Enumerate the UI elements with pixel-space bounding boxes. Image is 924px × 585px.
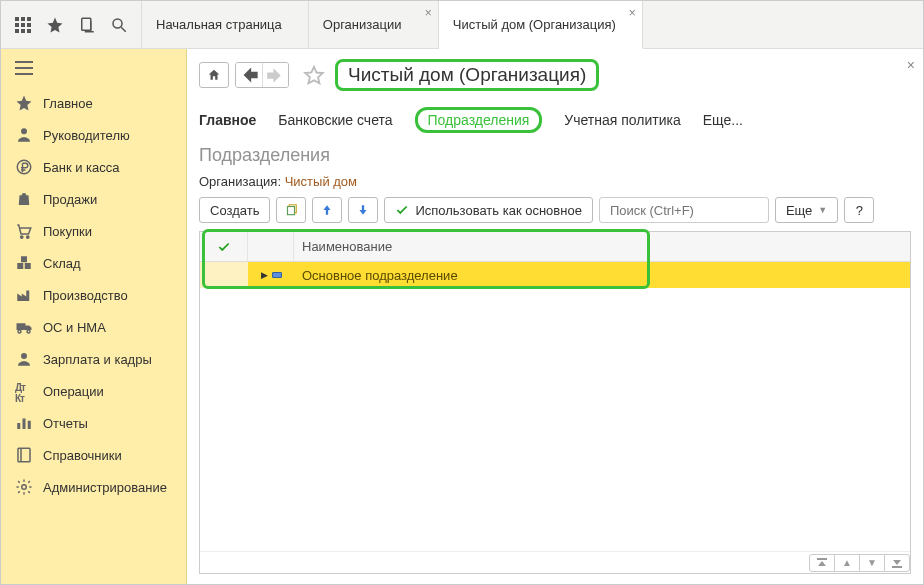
sidebar-item-purchases[interactable]: Покупки	[1, 215, 186, 247]
forward-button[interactable]	[262, 63, 288, 87]
sidebar-item-main[interactable]: Главное	[1, 87, 186, 119]
nav-last-button[interactable]	[884, 554, 910, 572]
sidebar-toggle[interactable]	[1, 53, 186, 87]
subnav-departments[interactable]: Подразделения	[415, 107, 543, 133]
sidebar-item-production[interactable]: Производство	[1, 279, 186, 311]
svg-rect-20	[25, 263, 31, 269]
nav-down-button[interactable]: ▼	[859, 554, 885, 572]
operations-icon: ДтКт	[15, 382, 33, 400]
help-button[interactable]: ?	[844, 197, 874, 223]
sidebar-item-warehouse[interactable]: Склад	[1, 247, 186, 279]
book-icon	[15, 446, 33, 464]
table-row[interactable]: ▶ Основное подразделение	[200, 262, 910, 288]
search-input[interactable]	[608, 202, 780, 219]
header-name-column[interactable]: Наименование	[294, 239, 392, 254]
toolbar-icons	[1, 1, 141, 48]
svg-line-11	[121, 27, 126, 32]
organization-line: Организация: Чистый дом	[199, 174, 911, 189]
org-label: Организация:	[199, 174, 281, 189]
sidebar-item-admin[interactable]: Администрирование	[1, 471, 186, 503]
app-window: Начальная страница Организации × Чистый …	[0, 0, 924, 585]
row-tree-cell[interactable]: ▶	[248, 270, 294, 280]
cart-icon	[15, 222, 33, 240]
tab-organizations[interactable]: Организации ×	[309, 1, 439, 48]
svg-rect-27	[28, 421, 31, 429]
collapse-icon[interactable]	[272, 272, 282, 278]
table-body[interactable]: ▶ Основное подразделение	[200, 262, 910, 551]
use-as-main-button[interactable]: Использовать как основное	[384, 197, 592, 223]
svg-rect-31	[288, 207, 295, 215]
create-button[interactable]: Создать	[199, 197, 270, 223]
sidebar-item-bank[interactable]: Банк и касса	[1, 151, 186, 183]
more-label: Еще	[786, 203, 812, 218]
svg-rect-6	[15, 29, 19, 33]
sidebar-item-assets[interactable]: ОС и НМА	[1, 311, 186, 343]
nav-up-button[interactable]: ▲	[834, 554, 860, 572]
search-field[interactable]: ×	[599, 197, 769, 223]
sidebar-item-catalogs[interactable]: Справочники	[1, 439, 186, 471]
row-name-cell: Основное подразделение	[294, 268, 458, 283]
svg-rect-32	[817, 558, 827, 560]
header-check-column[interactable]	[200, 232, 248, 261]
back-button[interactable]	[236, 63, 262, 87]
svg-rect-25	[17, 423, 20, 429]
sidebar-item-label: Справочники	[43, 448, 122, 463]
main-panel: × Чистый дом (Организация) Главное	[187, 49, 923, 584]
favorites-star-icon[interactable]	[39, 7, 71, 43]
tab-organization-detail[interactable]: Чистый дом (Организация) ×	[439, 1, 643, 49]
svg-point-10	[113, 19, 122, 28]
user-tie-icon	[15, 126, 33, 144]
svg-point-17	[21, 236, 23, 238]
svg-rect-0	[15, 17, 19, 21]
apps-icon[interactable]	[7, 7, 39, 43]
copy-button[interactable]	[276, 197, 306, 223]
history-icon[interactable]	[71, 7, 103, 43]
sidebar-item-label: Отчеты	[43, 416, 88, 431]
subnav-bank-accounts[interactable]: Банковские счета	[278, 112, 392, 128]
close-panel-button[interactable]: ×	[907, 57, 915, 73]
search-icon[interactable]	[103, 7, 135, 43]
chart-icon	[15, 414, 33, 432]
move-down-button[interactable]	[348, 197, 378, 223]
svg-point-30	[22, 485, 27, 490]
row-check-cell	[200, 262, 248, 288]
svg-point-15	[21, 128, 27, 134]
more-button[interactable]: Еще ▼	[775, 197, 838, 223]
sidebar-item-manager[interactable]: Руководителю	[1, 119, 186, 151]
sidebar-item-sales[interactable]: Продажи	[1, 183, 186, 215]
sidebar-item-hr[interactable]: Зарплата и кадры	[1, 343, 186, 375]
svg-rect-33	[892, 566, 902, 568]
body: Главное Руководителю Банк и касса Продаж…	[1, 49, 923, 584]
home-button[interactable]	[199, 62, 229, 88]
expand-icon[interactable]: ▶	[261, 270, 268, 280]
subnav-accounting-policy[interactable]: Учетная политика	[564, 112, 680, 128]
sidebar-item-label: Покупки	[43, 224, 92, 239]
sidebar-item-reports[interactable]: Отчеты	[1, 407, 186, 439]
close-icon[interactable]: ×	[425, 7, 432, 19]
svg-rect-3	[15, 23, 19, 27]
page-title: Чистый дом (Организация)	[335, 59, 599, 91]
sidebar-item-label: Руководителю	[43, 128, 130, 143]
star-icon	[15, 94, 33, 112]
subnav-more[interactable]: Еще...	[703, 112, 743, 128]
org-value[interactable]: Чистый дом	[285, 174, 357, 189]
tab-label: Начальная страница	[156, 17, 282, 32]
section-title: Подразделения	[199, 145, 911, 166]
person-icon	[15, 350, 33, 368]
header-expand-column	[248, 232, 294, 261]
svg-rect-5	[27, 23, 31, 27]
sidebar-item-label: Главное	[43, 96, 93, 111]
sidebar-item-operations[interactable]: ДтКт Операции	[1, 375, 186, 407]
svg-point-23	[27, 330, 30, 333]
tab-start-page[interactable]: Начальная страница	[141, 1, 309, 48]
favorite-star-icon[interactable]	[303, 64, 325, 86]
nav-first-button[interactable]	[809, 554, 835, 572]
sidebar-item-label: Зарплата и кадры	[43, 352, 152, 367]
svg-point-22	[18, 330, 21, 333]
sidebar-item-label: Производство	[43, 288, 128, 303]
help-label: ?	[856, 203, 863, 218]
subnav-main[interactable]: Главное	[199, 112, 256, 128]
sidebar-item-label: Банк и касса	[43, 160, 120, 175]
move-up-button[interactable]	[312, 197, 342, 223]
close-icon[interactable]: ×	[629, 7, 636, 19]
